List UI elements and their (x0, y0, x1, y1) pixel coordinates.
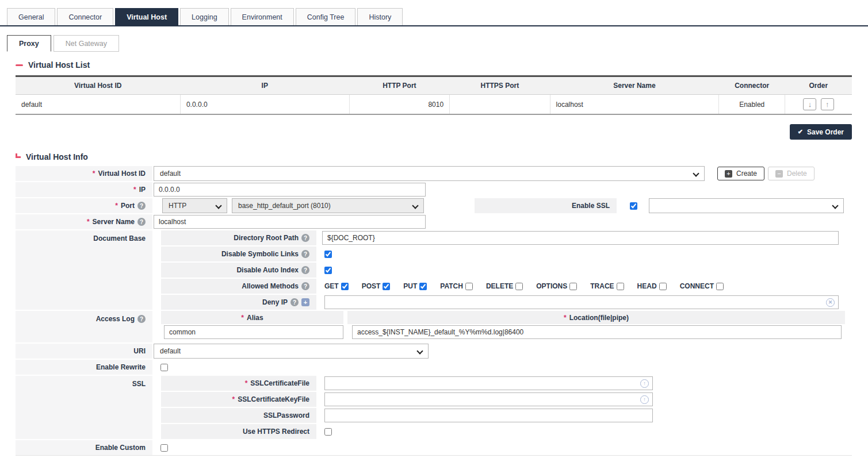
port-protocol-select[interactable]: HTTP (162, 198, 227, 213)
method-checkbox[interactable] (465, 283, 473, 290)
ssl-label: SSL (16, 376, 152, 439)
row-ssl-password: SSLPassword (152, 408, 852, 423)
allowed-method-connect[interactable]: CONNECT (680, 282, 724, 290)
col-server-name: Server Name (550, 76, 719, 95)
uri-select[interactable]: default (154, 344, 429, 359)
enable-custom-checkbox[interactable] (160, 444, 168, 452)
selected-value: default (160, 347, 181, 355)
method-label: HEAD (637, 282, 657, 290)
subtab-proxy[interactable]: Proxy (7, 35, 51, 52)
virtual-host-id-select[interactable]: default (154, 166, 705, 181)
method-checkbox[interactable] (569, 283, 577, 290)
tab-config-tree[interactable]: Config Tree (296, 8, 356, 25)
help-icon[interactable]: ? (301, 266, 309, 274)
allowed-method-head[interactable]: HEAD (637, 282, 667, 290)
method-label: PATCH (440, 282, 463, 290)
use-https-redirect-label: Use HTTPS Redirect (161, 424, 316, 439)
tab-history[interactable]: History (357, 8, 403, 25)
create-button[interactable]: + Create (717, 167, 764, 180)
row-disable-auto-index: Disable Auto Index ? (152, 263, 852, 278)
ssl-certificate-key-file-input[interactable] (324, 392, 653, 406)
selected-value: base_http_default_port (8010) (238, 202, 331, 210)
form-row-enable-custom: Enable Custom (16, 440, 852, 455)
server-name-input[interactable] (154, 215, 426, 229)
help-icon[interactable]: ? (301, 282, 309, 290)
cell-order: ↓ ↑ (785, 95, 852, 115)
method-label: PUT (403, 282, 417, 290)
allowed-method-delete[interactable]: DELETE (486, 282, 523, 290)
help-icon[interactable]: ? (301, 250, 309, 258)
use-https-redirect-checkbox[interactable] (324, 428, 332, 436)
label-text: Directory Root Path (234, 234, 299, 242)
create-button-label: Create (736, 170, 757, 178)
order-up-button[interactable]: ↑ (821, 98, 834, 110)
access-log-location-input[interactable] (352, 325, 842, 339)
method-checkbox[interactable] (617, 283, 624, 290)
allowed-method-post[interactable]: POST (362, 282, 391, 290)
deny-ip-input[interactable] (324, 295, 839, 309)
add-icon[interactable]: + (301, 298, 309, 306)
directory-root-path-input[interactable] (322, 231, 839, 245)
tab-virtual-host[interactable]: Virtual Host (115, 8, 178, 25)
help-icon[interactable]: ? (137, 202, 146, 210)
ip-input[interactable] (154, 183, 426, 197)
save-order-button[interactable]: ✔ Save Order (790, 124, 852, 140)
label-text: Enable Custom (95, 444, 146, 452)
disable-auto-index-checkbox[interactable] (324, 267, 332, 274)
virtual-host-list-title: Virtual Host List (16, 60, 852, 70)
uri-label: URI (16, 344, 152, 359)
row-directory-root-path: Directory Root Path ? (152, 230, 852, 245)
row-disable-symbolic-links: Disable Symbolic Links ? (152, 247, 852, 261)
ssl-port-select[interactable] (649, 198, 844, 213)
ssl-certificate-file-input[interactable] (324, 376, 653, 390)
method-checkbox[interactable] (659, 283, 667, 290)
method-checkbox[interactable] (419, 283, 427, 290)
access-log-input-row (152, 325, 852, 342)
col-http-port: HTTP Port (349, 76, 449, 95)
method-checkbox[interactable] (716, 283, 724, 290)
table-row[interactable]: default 0.0.0.0 8010 localhost Enabled ↓… (16, 95, 852, 115)
required-asterisk: * (133, 186, 136, 194)
help-icon[interactable]: ? (301, 234, 309, 242)
allowed-method-get[interactable]: GET (324, 282, 349, 290)
required-asterisk: * (87, 218, 90, 226)
tab-logging[interactable]: Logging (180, 8, 229, 25)
label-text: Enable SSL (572, 202, 610, 210)
order-down-button[interactable]: ↓ (803, 98, 816, 110)
form-group-ssl: SSL * SSLCertificateFile ↑ (16, 376, 852, 439)
access-log-label: Access Log ? (16, 311, 152, 342)
allowed-method-options[interactable]: OPTIONS (536, 282, 577, 290)
col-https-port: HTTPS Port (450, 76, 550, 95)
access-log-alias-input[interactable] (164, 325, 343, 339)
enable-ssl-checkbox[interactable] (630, 202, 637, 210)
port-label: * Port ? (16, 198, 152, 213)
subtab-net-gateway[interactable]: Net Gateway (53, 35, 119, 52)
disable-symbolic-links-checkbox[interactable] (324, 251, 332, 258)
help-icon[interactable]: ? (290, 298, 299, 306)
tab-connector[interactable]: Connector (57, 8, 113, 25)
tab-general[interactable]: General (7, 8, 55, 25)
enable-rewrite-checkbox[interactable] (160, 364, 168, 371)
method-checkbox[interactable] (341, 283, 349, 290)
upload-icon[interactable]: ↑ (640, 379, 649, 388)
port-select[interactable]: base_http_default_port (8010) (232, 198, 424, 213)
clear-icon[interactable]: ✕ (826, 298, 835, 307)
help-icon[interactable]: ? (137, 315, 146, 323)
upload-icon[interactable]: ↑ (640, 395, 649, 404)
label-text: Document Base (93, 234, 146, 242)
section-title-text: Virtual Host List (28, 60, 90, 70)
method-checkbox[interactable] (515, 283, 523, 290)
virtual-host-info-title: Virtual Host Info (16, 152, 852, 161)
allowed-method-patch[interactable]: PATCH (440, 282, 473, 290)
tab-environment[interactable]: Environment (231, 8, 294, 25)
required-asterisk: * (564, 314, 567, 322)
ssl-password-input[interactable] (324, 409, 653, 422)
virtual-host-table: Virtual Host ID IP HTTP Port HTTPS Port … (16, 75, 852, 115)
help-icon[interactable]: ? (137, 218, 146, 226)
method-checkbox[interactable] (383, 283, 390, 290)
allowed-method-trace[interactable]: TRACE (590, 282, 624, 290)
delete-button[interactable]: − Delete (768, 167, 815, 180)
allowed-method-put[interactable]: PUT (403, 282, 427, 290)
label-text: Allowed Methods (242, 282, 299, 290)
label-text: Virtual Host ID (98, 170, 146, 178)
